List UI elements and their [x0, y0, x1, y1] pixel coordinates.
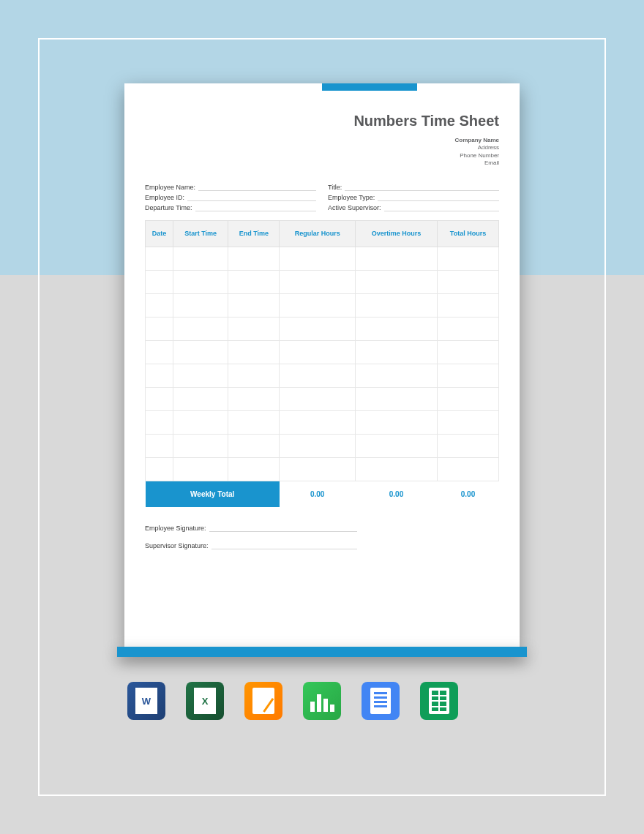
document-header: Numbers Time Sheet Company Name Address … [145, 83, 499, 178]
excel-letter: X [194, 688, 216, 714]
signature-line [209, 523, 358, 532]
company-address: Address [145, 144, 499, 151]
table-cell [173, 270, 228, 293]
supervisor-signature-row: Supervisor Signature: [145, 541, 357, 549]
document-title: Numbers Time Sheet [145, 113, 499, 129]
table-cell [146, 340, 173, 364]
table-cell [228, 270, 280, 293]
table-cell [438, 270, 499, 293]
table-cell [173, 457, 228, 481]
table-row [146, 247, 499, 270]
table-row [146, 387, 499, 410]
weekly-total-row: Weekly Total 0.00 0.00 0.00 [146, 481, 499, 507]
company-info: Company Name Address Phone Number Email [145, 137, 499, 168]
table-row [146, 457, 499, 481]
table-row [146, 340, 499, 364]
field-title: Title: [328, 182, 499, 191]
field-label: Departure Time: [145, 204, 192, 211]
table-cell [173, 317, 228, 340]
table-cell [438, 410, 499, 434]
table-cell [146, 364, 173, 387]
field-label: Employee Type: [328, 194, 375, 201]
google-sheets-icon[interactable] [420, 682, 458, 720]
table-cell [146, 247, 173, 270]
format-icons-row: W X [101, 682, 458, 720]
col-date: Date [146, 220, 173, 247]
table-cell [173, 247, 228, 270]
table-cell [355, 364, 437, 387]
field-label: Employee Name: [145, 184, 195, 191]
pages-icon[interactable] [244, 682, 282, 720]
table-row [146, 293, 499, 317]
table-cell [146, 457, 173, 481]
pen-icon [252, 688, 274, 714]
table-cell [146, 317, 173, 340]
google-docs-icon[interactable] [362, 682, 400, 720]
table-cell [438, 340, 499, 364]
field-line [378, 192, 499, 201]
sheets-grid-icon [429, 688, 449, 714]
field-line [384, 203, 499, 211]
table-cell [355, 387, 437, 410]
signatures-block: Employee Signature: Supervisor Signature… [145, 523, 499, 549]
table-cell [146, 293, 173, 317]
table-cell [355, 270, 437, 293]
col-total-hours: Total Hours [438, 220, 499, 247]
field-label: Title: [328, 184, 342, 191]
col-overtime-hours: Overtime Hours [355, 220, 437, 247]
table-cell [228, 293, 280, 317]
total-regular: 0.00 [280, 481, 356, 507]
field-active-supervisor: Active Supervisor: [328, 203, 499, 211]
table-row [146, 270, 499, 293]
table-cell [280, 410, 356, 434]
table-cell [228, 364, 280, 387]
table-cell [228, 317, 280, 340]
table-cell [438, 434, 499, 457]
field-line [198, 182, 316, 191]
table-cell [438, 247, 499, 270]
table-cell [228, 340, 280, 364]
table-cell [280, 387, 356, 410]
table-cell [438, 457, 499, 481]
table-cell [355, 434, 437, 457]
excel-icon[interactable]: X [186, 682, 224, 720]
word-letter: W [135, 688, 157, 714]
field-employee-name: Employee Name: [145, 182, 316, 191]
table-cell [173, 364, 228, 387]
company-phone: Phone Number [145, 152, 499, 159]
numbers-icon[interactable] [303, 682, 341, 720]
total-overtime: 0.00 [355, 481, 437, 507]
table-cell [228, 247, 280, 270]
company-email: Email [145, 159, 499, 167]
field-line [195, 203, 316, 211]
company-name: Company Name [145, 137, 499, 144]
field-line [187, 192, 316, 201]
table-cell [280, 340, 356, 364]
table-row [146, 364, 499, 387]
table-row [146, 317, 499, 340]
word-icon[interactable]: W [127, 682, 165, 720]
table-cell [228, 434, 280, 457]
table-cell [146, 270, 173, 293]
bars-icon [310, 690, 334, 712]
employee-signature-label: Employee Signature: [145, 525, 206, 532]
table-header-row: Date Start Time End Time Regular Hours O… [146, 220, 499, 247]
table-cell [438, 387, 499, 410]
signature-line [211, 541, 358, 549]
field-line [345, 182, 499, 191]
table-cell [280, 270, 356, 293]
table-cell [438, 317, 499, 340]
table-cell [438, 293, 499, 317]
timesheet-table: Date Start Time End Time Regular Hours O… [145, 220, 499, 508]
top-accent-bar [322, 83, 417, 91]
col-regular-hours: Regular Hours [280, 220, 356, 247]
table-cell [355, 293, 437, 317]
field-departure-time: Departure Time: [145, 203, 316, 211]
table-cell [228, 457, 280, 481]
supervisor-signature-label: Supervisor Signature: [145, 542, 209, 549]
table-cell [355, 457, 437, 481]
table-cell [355, 317, 437, 340]
table-cell [355, 340, 437, 364]
template-frame: Numbers Time Sheet Company Name Address … [38, 38, 606, 796]
employee-signature-row: Employee Signature: [145, 523, 357, 532]
